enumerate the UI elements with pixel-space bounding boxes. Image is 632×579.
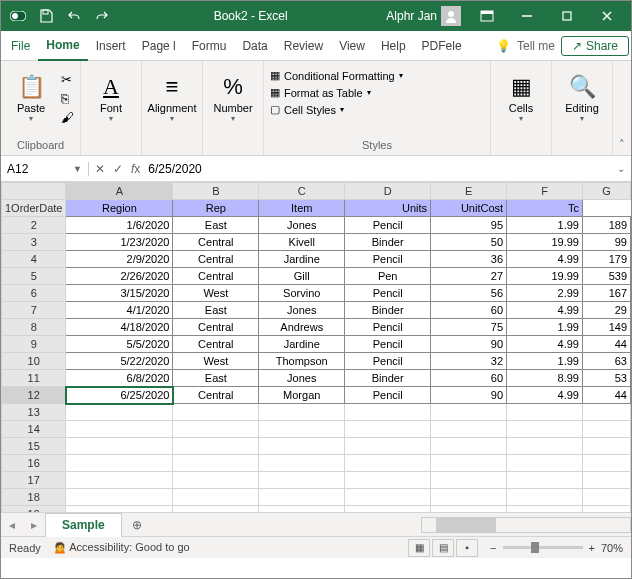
collapse-ribbon-icon[interactable]: ˄ (613, 61, 631, 155)
paste-button[interactable]: 📋 Paste ▾ (7, 65, 55, 131)
tab-insert[interactable]: Insert (88, 31, 134, 61)
format-painter-icon[interactable]: 🖌 (61, 110, 74, 125)
cell-C16[interactable] (259, 455, 345, 472)
cell-F16[interactable] (507, 455, 583, 472)
row-header-15[interactable]: 15 (2, 438, 66, 455)
cell-C10[interactable]: Thompson (259, 353, 345, 370)
cell-C7[interactable]: Jones (259, 302, 345, 319)
cell-F3[interactable]: 19.99 (507, 234, 583, 251)
cell-F4[interactable]: 4.99 (507, 251, 583, 268)
cell-C2[interactable]: Jones (259, 217, 345, 234)
add-sheet-button[interactable]: ⊕ (122, 518, 152, 532)
cell-D3[interactable]: Binder (345, 234, 431, 251)
tab-home[interactable]: Home (38, 31, 87, 61)
header-cell[interactable]: Region (66, 200, 173, 217)
cell-D14[interactable] (345, 421, 431, 438)
cell-A16[interactable] (66, 455, 173, 472)
row-header-19[interactable]: 19 (2, 506, 66, 513)
tab-pdfelement[interactable]: PDFele (414, 31, 470, 61)
cell-E8[interactable]: 75 (431, 319, 507, 336)
header-cell[interactable]: Item (259, 200, 345, 217)
cell-E18[interactable] (431, 489, 507, 506)
column-header-F[interactable]: F (507, 183, 583, 200)
cell-C6[interactable]: Sorvino (259, 285, 345, 302)
cell-G13[interactable] (582, 404, 630, 421)
row-header-11[interactable]: 11 (2, 370, 66, 387)
cell-B7[interactable]: East (173, 302, 259, 319)
cell-D2[interactable]: Pencil (345, 217, 431, 234)
save-icon[interactable] (33, 3, 59, 29)
cell-styles-button[interactable]: ▢Cell Styles▾ (270, 103, 403, 116)
redo-icon[interactable] (89, 3, 115, 29)
cell-A15[interactable] (66, 438, 173, 455)
formula-input[interactable] (148, 162, 605, 176)
cell-A12[interactable]: 6/25/2020 (66, 387, 173, 404)
cell-A6[interactable]: 3/15/2020 (66, 285, 173, 302)
tab-page-layout[interactable]: Page l (134, 31, 184, 61)
tab-review[interactable]: Review (276, 31, 331, 61)
cell-C3[interactable]: Kivell (259, 234, 345, 251)
cell-D17[interactable] (345, 472, 431, 489)
autosave-toggle[interactable] (5, 3, 31, 29)
cell-D13[interactable] (345, 404, 431, 421)
cell-F11[interactable]: 8.99 (507, 370, 583, 387)
cell-D8[interactable]: Pencil (345, 319, 431, 336)
editing-button[interactable]: 🔍 Editing ▾ (558, 65, 606, 131)
cell-A7[interactable]: 4/1/2020 (66, 302, 173, 319)
column-header-B[interactable]: B (173, 183, 259, 200)
column-header-D[interactable]: D (345, 183, 431, 200)
cell-B14[interactable] (173, 421, 259, 438)
row-header-9[interactable]: 9 (2, 336, 66, 353)
cell-C17[interactable] (259, 472, 345, 489)
cell-E9[interactable]: 90 (431, 336, 507, 353)
cell-G5[interactable]: 539 (582, 268, 630, 285)
cell-G18[interactable] (582, 489, 630, 506)
maximize-button[interactable] (547, 1, 587, 31)
cell-G16[interactable] (582, 455, 630, 472)
cell-G14[interactable] (582, 421, 630, 438)
cell-A18[interactable] (66, 489, 173, 506)
row-header-7[interactable]: 7 (2, 302, 66, 319)
cell-G2[interactable]: 189 (582, 217, 630, 234)
cell-F5[interactable]: 19.99 (507, 268, 583, 285)
cell-B6[interactable]: West (173, 285, 259, 302)
tab-help[interactable]: Help (373, 31, 414, 61)
fx-icon[interactable]: fx (131, 162, 140, 176)
cell-D16[interactable] (345, 455, 431, 472)
number-button[interactable]: % Number ▾ (209, 65, 257, 131)
enter-formula-icon[interactable]: ✓ (113, 162, 123, 176)
column-header-A[interactable]: A (66, 183, 173, 200)
cell-E14[interactable] (431, 421, 507, 438)
cell-A9[interactable]: 5/5/2020 (66, 336, 173, 353)
copy-icon[interactable]: ⎘ (61, 91, 74, 106)
name-box[interactable]: A12 ▼ (1, 162, 89, 176)
tab-formulas[interactable]: Formu (184, 31, 235, 61)
cell-D11[interactable]: Binder (345, 370, 431, 387)
cell-C11[interactable]: Jones (259, 370, 345, 387)
tab-data[interactable]: Data (234, 31, 275, 61)
cell-G4[interactable]: 179 (582, 251, 630, 268)
row-header-13[interactable]: 13 (2, 404, 66, 421)
row-header-18[interactable]: 18 (2, 489, 66, 506)
font-button[interactable]: A Font ▾ (87, 65, 135, 131)
cell-E13[interactable] (431, 404, 507, 421)
row-header-10[interactable]: 10 (2, 353, 66, 370)
cell-B11[interactable]: East (173, 370, 259, 387)
cell-C13[interactable] (259, 404, 345, 421)
cell-G15[interactable] (582, 438, 630, 455)
row-header-14[interactable]: 14 (2, 421, 66, 438)
cell-G17[interactable] (582, 472, 630, 489)
cell-G7[interactable]: 29 (582, 302, 630, 319)
select-all-cell[interactable] (2, 183, 66, 200)
zoom-out-button[interactable]: − (490, 542, 496, 554)
cell-E17[interactable] (431, 472, 507, 489)
cell-A2[interactable]: 1/6/2020 (66, 217, 173, 234)
cell-F13[interactable] (507, 404, 583, 421)
page-layout-view-icon[interactable]: ▤ (432, 539, 454, 557)
undo-icon[interactable] (61, 3, 87, 29)
cell-D10[interactable]: Pencil (345, 353, 431, 370)
cell-E2[interactable]: 95 (431, 217, 507, 234)
cell-F15[interactable] (507, 438, 583, 455)
cell-A14[interactable] (66, 421, 173, 438)
cell-B3[interactable]: Central (173, 234, 259, 251)
